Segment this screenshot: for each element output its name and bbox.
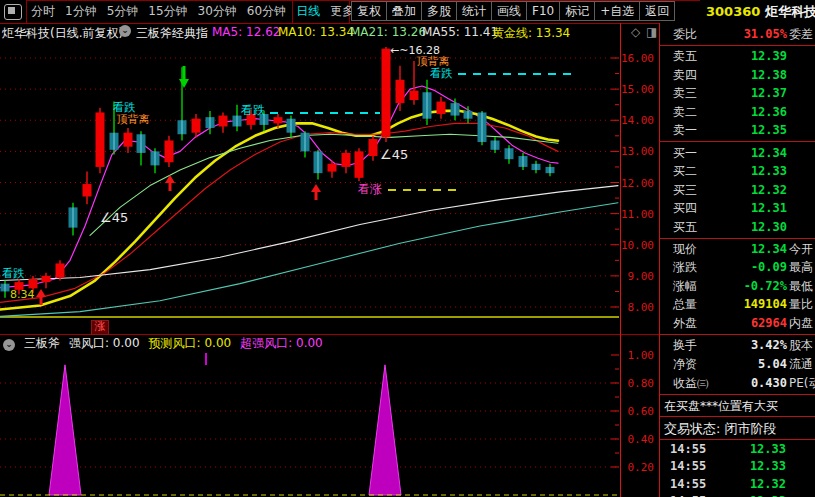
y-axis-label: 10.00 — [621, 239, 654, 252]
buy4-label: 买四 — [673, 199, 697, 218]
y-axis-label: 0.60 — [628, 405, 655, 418]
sell2-label: 卖二 — [673, 103, 697, 122]
weibi-row: 委比 31.05% 委差 — [660, 25, 815, 44]
buy-row[interactable]: 买三 12.32 — [660, 181, 815, 200]
change-value: -0.09 — [751, 258, 787, 277]
draw-line-button[interactable]: 画线 — [491, 1, 527, 21]
y-axis-label: 1.00 — [628, 349, 655, 362]
back-button[interactable]: 返回 — [639, 1, 675, 21]
panel-separator — [660, 238, 815, 239]
tick-time: 14:55 — [670, 441, 706, 458]
fuquan-button[interactable]: 复权 — [351, 1, 387, 21]
buy-arrow-icon — [36, 289, 46, 297]
info-row: 涨幅 -0.72% 最低 — [660, 277, 815, 296]
sell-row[interactable]: 卖五 12.39 — [660, 47, 815, 66]
buy2-price: 12.33 — [751, 162, 787, 181]
info-row: 收益㈢ 0.430 PE(动 — [660, 374, 815, 393]
add-watchlist-button[interactable]: +自选 — [594, 1, 640, 21]
tab-fenshi[interactable]: 分时 — [31, 3, 55, 20]
eps-label: 收益㈢ — [673, 374, 709, 393]
tick-price: 12.33 — [750, 493, 786, 497]
pe-label: PE(动 — [789, 374, 815, 393]
tick-time: 14:55 — [670, 476, 706, 493]
tick-row[interactable]: 14:55 12.32 — [660, 476, 815, 493]
outer-vol-value: 62964 — [751, 314, 787, 333]
tab-5min[interactable]: 5分钟 — [107, 3, 139, 20]
volume-value: 149104 — [744, 295, 787, 314]
tab-daily-active[interactable]: 日线 — [296, 3, 320, 20]
tab-30min[interactable]: 30分钟 — [198, 3, 237, 20]
candle — [369, 139, 378, 156]
buy5-price: 12.30 — [751, 218, 787, 237]
tab-60min[interactable]: 60分钟 — [247, 3, 286, 20]
app-menu-icon[interactable] — [4, 4, 22, 20]
mark-button[interactable]: 标记 — [559, 1, 595, 21]
sell2-price: 12.36 — [751, 103, 787, 122]
big-order-alert: 在买盘***位置有大买 — [664, 397, 815, 416]
chart-annotation: 看涨 — [357, 182, 382, 196]
super-wind-value: 超强风口: 0.00 — [240, 335, 323, 352]
buy-row[interactable]: 买五 12.30 — [660, 218, 815, 237]
panel-separator — [660, 141, 815, 142]
sub-indicator-name[interactable]: 三板斧 — [24, 335, 60, 352]
tab-15min[interactable]: 15分钟 — [148, 3, 187, 20]
y-axis-label: 14.00 — [621, 114, 654, 127]
stock-identity[interactable]: 300360炬华科技 — [706, 3, 815, 21]
tick-row[interactable]: 14:55 12.33 — [660, 458, 815, 475]
buy3-label: 买三 — [673, 181, 697, 200]
tab-1min[interactable]: 1分钟 — [65, 3, 97, 20]
buy-arrow-icon — [40, 297, 43, 305]
tick-row[interactable]: 14:55 12.33 — [660, 441, 815, 458]
net-asset-label: 净资 — [673, 355, 697, 374]
multi-stock-button[interactable]: 多股 — [421, 1, 457, 21]
predict-wind-value: 预测风口: 0.00 — [149, 335, 232, 352]
sub-indicator-header: ⌄ 三板斧 强风口: 0.00 预测风口: 0.00 超强风口: 0.00 — [3, 336, 323, 350]
sell-row[interactable]: 卖四 12.38 — [660, 66, 815, 85]
period-tabs: 分时 1分钟 5分钟 15分钟 30分钟 60分钟 日线 更多 > — [31, 0, 368, 23]
sell1-label: 卖一 — [673, 121, 697, 140]
tick-time: 14:55 — [670, 458, 706, 475]
capital-label: 股本 — [789, 336, 813, 355]
candle — [410, 91, 419, 100]
turnover-label: 换手 — [673, 336, 697, 355]
collapse-chevron-icon[interactable]: ⌄ — [3, 336, 15, 351]
info-row: 现价 12.34 今开 — [660, 240, 815, 259]
ma-line-golden — [0, 111, 558, 310]
sell5-price: 12.39 — [751, 47, 787, 66]
tick-price: 12.32 — [750, 476, 786, 493]
trading-app-window: 分时 1分钟 5分钟 15分钟 30分钟 60分钟 日线 更多 > 复权 叠加 … — [0, 0, 815, 497]
candle — [437, 102, 446, 114]
candle — [96, 112, 105, 166]
buy-row[interactable]: 买二 12.33 — [660, 162, 815, 181]
weicha-label: 委差 — [789, 25, 813, 44]
buy-row[interactable]: 买四 12.31 — [660, 199, 815, 218]
overlay-button[interactable]: 叠加 — [386, 1, 422, 21]
sell-row[interactable]: 卖二 12.36 — [660, 103, 815, 122]
toolbar-separator — [26, 0, 27, 23]
open-label: 今开 — [789, 240, 813, 259]
sell3-label: 卖三 — [673, 84, 697, 103]
ma-line-long-term — [0, 203, 618, 317]
buy-row[interactable]: 买一 12.34 — [660, 144, 815, 163]
candle — [219, 116, 228, 127]
sell4-price: 12.38 — [751, 66, 787, 85]
tick-row[interactable]: 14:55 12.33 — [660, 493, 815, 497]
high-label: 最高 — [789, 258, 813, 277]
sell-row[interactable]: 卖一 12.35 — [660, 121, 815, 140]
sell-arrow-icon — [183, 66, 186, 79]
indicator-spike — [49, 365, 81, 495]
chart-annotation: ∠45 — [100, 210, 128, 225]
strong-wind-value: 强风口: 0.00 — [69, 335, 140, 352]
stats-button[interactable]: 统计 — [456, 1, 492, 21]
tick-price: 12.33 — [750, 441, 786, 458]
info-row: 涨跌 -0.09 最高 — [660, 258, 815, 277]
panel-separator — [660, 45, 815, 46]
sell-row[interactable]: 卖三 12.37 — [660, 84, 815, 103]
chart-annotation: 顶背离 — [117, 113, 150, 126]
net-asset-value: 5.04 — [758, 355, 787, 374]
sell5-label: 卖五 — [673, 47, 697, 66]
chart-area[interactable]: 8.009.0010.0011.0012.0013.0014.0015.0016… — [0, 23, 659, 497]
f10-button[interactable]: F10 — [526, 1, 560, 21]
quote-panel: 委比 31.05% 委差 卖五 12.39 卖四 12.38 卖三 12.37 … — [659, 23, 815, 497]
chevron-glyph: ⌄ — [3, 339, 15, 351]
